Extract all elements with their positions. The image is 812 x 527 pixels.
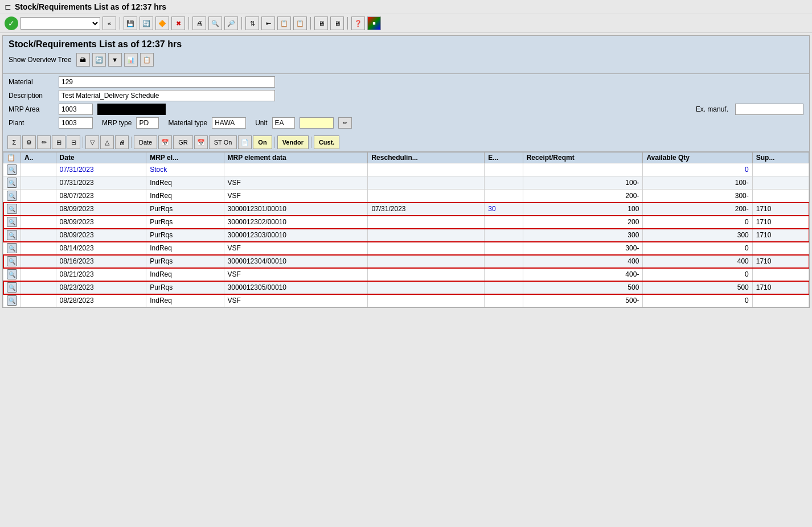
row-mrp-el-link[interactable]: Stock [150, 166, 167, 174]
row-detail-icon[interactable]: 🔍 [7, 191, 17, 201]
toolbar-find2[interactable]: 🔎 [224, 17, 238, 30]
table-row: 🔍08/09/2023PurRqs3000012301/0001007/31/2… [3, 203, 809, 216]
st-on-btn[interactable]: ST On [209, 135, 237, 149]
description-row: Description [9, 90, 803, 101]
overview-doc-btn[interactable]: 📋 [140, 53, 154, 67]
overview-filter-btn[interactable]: ▼ [108, 53, 122, 67]
row-reschedulin-cell: 07/31/2023 [368, 203, 485, 216]
toolbar-save[interactable]: 💾 [124, 17, 137, 30]
row-detail-icon[interactable]: 🔍 [7, 178, 17, 188]
unit-extra-input[interactable] [300, 117, 334, 129]
toolbar-doc1[interactable]: 📋 [277, 17, 291, 30]
row-available-qty-cell: 300- [643, 190, 752, 203]
mrp-table: 📋 A.. Date MRP el... MRP element data Re… [3, 152, 809, 307]
toolbar-monitor2[interactable]: 🖥 [330, 17, 344, 30]
toolbar-nav-back[interactable]: « [102, 17, 116, 30]
overview-chart-btn[interactable]: 📊 [124, 53, 138, 67]
row-detail-icon[interactable]: 🔍 [7, 282, 17, 293]
toolbar-refresh[interactable]: 🔄 [140, 17, 153, 30]
row-e-link[interactable]: 30 [488, 205, 495, 213]
row-icon-cell[interactable]: 🔍 [3, 163, 21, 176]
toolbar-help[interactable]: ❓ [351, 17, 365, 30]
toolbar-dropdown[interactable] [20, 17, 100, 30]
row-icon-cell[interactable]: 🔍 [3, 203, 21, 216]
row-mrp-el-cell: IndReq [146, 190, 224, 203]
filter-up-btn[interactable]: △ [100, 135, 114, 149]
row-receipt-cell: 200 [523, 216, 643, 229]
date-btn[interactable]: Date [134, 135, 157, 149]
row-a-cell [21, 176, 56, 190]
row-icon-cell[interactable]: 🔍 [3, 229, 21, 242]
row-date-cell: 08/16/2023 [56, 255, 146, 268]
row-icon-cell[interactable]: 🔍 [3, 294, 21, 307]
row-reschedulin-cell [368, 163, 485, 176]
row-icon-cell[interactable]: 🔍 [3, 268, 21, 281]
col-a: A.. [21, 153, 56, 163]
row-e-cell[interactable]: 30 [485, 203, 523, 216]
table-row: 🔍08/21/2023IndReqVSF400-0 [3, 268, 809, 281]
plant-input[interactable] [59, 117, 93, 129]
unit-extra-btn[interactable]: ✏ [338, 117, 352, 129]
green-check-icon[interactable]: ✓ [5, 17, 18, 30]
gr-btn[interactable]: GR [173, 135, 193, 149]
row-icon-cell[interactable]: 🔍 [3, 190, 21, 203]
doc-act-btn[interactable]: 📄 [238, 135, 252, 149]
toolbar-warn[interactable]: 🔶 [155, 17, 169, 30]
ex-manuf-input[interactable] [735, 104, 803, 115]
unit-input[interactable] [272, 117, 295, 129]
row-detail-icon[interactable]: 🔍 [7, 230, 17, 240]
edit-btn[interactable]: ✏ [37, 135, 51, 149]
hier-collapse-btn[interactable]: ⊟ [67, 135, 80, 149]
overview-mountain-btn[interactable]: 🏔 [76, 53, 90, 67]
row-mrp-data-cell: 3000012301/00010 [224, 203, 368, 216]
col-icon: 📋 [3, 153, 21, 163]
row-receipt-cell: 500- [523, 294, 643, 307]
row-mrp-data-cell: 3000012302/00010 [224, 216, 368, 229]
mrp-area-input[interactable] [59, 104, 93, 115]
toolbar-print[interactable]: 🖨 [192, 17, 206, 30]
row-a-cell [21, 163, 56, 176]
cust-btn[interactable]: Cust. [314, 135, 340, 149]
row-detail-icon[interactable]: 🔍 [7, 269, 17, 279]
toolbar-color[interactable]: ■ [367, 17, 381, 30]
print-act-btn[interactable]: 🖨 [115, 135, 129, 149]
row-mrp-data-cell: VSF [224, 190, 368, 203]
row-icon-cell[interactable]: 🔍 [3, 255, 21, 268]
mrp-type-input[interactable] [136, 117, 159, 129]
cal-btn[interactable]: 📅 [158, 135, 172, 149]
toolbar-nav1[interactable]: ⇤ [261, 17, 275, 30]
row-date-link[interactable]: 07/31/2023 [60, 166, 94, 174]
toolbar-monitor1[interactable]: 🖥 [314, 17, 328, 30]
row-detail-icon[interactable]: 🔍 [7, 256, 17, 266]
hier-expand-btn[interactable]: ⊞ [52, 135, 65, 149]
unit-label: Unit [255, 119, 267, 127]
toolbar-find[interactable]: 🔍 [208, 17, 222, 30]
row-available-qty-cell: 400 [643, 255, 752, 268]
row-mrp-el-cell[interactable]: Stock [146, 163, 224, 176]
vendor-btn[interactable]: Vendor [277, 135, 309, 149]
row-detail-icon[interactable]: 🔍 [7, 243, 17, 253]
row-detail-icon[interactable]: 🔍 [7, 204, 17, 214]
row-detail-icon[interactable]: 🔍 [7, 164, 17, 175]
filter-down-btn[interactable]: ▽ [85, 135, 99, 149]
settings-btn[interactable]: ⚙ [22, 135, 36, 149]
row-icon-cell[interactable]: 🔍 [3, 176, 21, 190]
cal2-btn[interactable]: 📅 [194, 135, 208, 149]
row-detail-icon[interactable]: 🔍 [7, 295, 17, 306]
overview-refresh-btn[interactable]: 🔄 [92, 53, 106, 67]
table-row: 🔍08/09/2023PurRqs3000012302/000102000171… [3, 216, 809, 229]
row-date-cell[interactable]: 07/31/2023 [56, 163, 146, 176]
row-icon-cell[interactable]: 🔍 [3, 216, 21, 229]
material-input[interactable] [59, 76, 275, 88]
toolbar-up-down[interactable]: ⇅ [245, 17, 259, 30]
sum-btn[interactable]: Σ [7, 135, 21, 149]
row-icon-cell[interactable]: 🔍 [3, 242, 21, 255]
toolbar-doc2[interactable]: 📋 [293, 17, 307, 30]
on-btn[interactable]: On [253, 135, 272, 149]
mrp-type-label: MRP type [102, 119, 132, 127]
description-input[interactable] [59, 90, 275, 101]
row-icon-cell[interactable]: 🔍 [3, 281, 21, 294]
toolbar-cancel[interactable]: ✖ [171, 17, 185, 30]
row-detail-icon[interactable]: 🔍 [7, 217, 17, 227]
material-type-input[interactable] [212, 117, 246, 129]
